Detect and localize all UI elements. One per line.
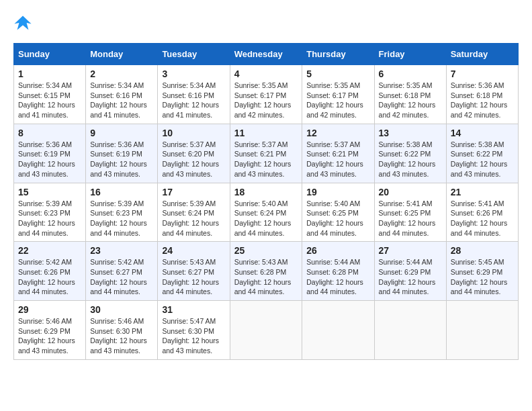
- day-info: Sunrise: 5:43 AMSunset: 6:28 PMDaylight:…: [234, 257, 298, 297]
- calendar-cell: 9Sunrise: 5:36 AMSunset: 6:19 PMDaylight…: [86, 124, 158, 183]
- calendar-cell: 19Sunrise: 5:40 AMSunset: 6:25 PMDayligh…: [302, 183, 374, 242]
- svg-marker-0: [14, 16, 31, 30]
- day-number: 11: [234, 128, 298, 138]
- day-info: Sunrise: 5:35 AMSunset: 6:17 PMDaylight:…: [234, 81, 298, 120]
- day-number: 2: [90, 68, 153, 79]
- calendar-cell: [374, 301, 446, 360]
- day-info: Sunrise: 5:41 AMSunset: 6:26 PMDaylight:…: [451, 199, 514, 238]
- calendar-cell: 10Sunrise: 5:37 AMSunset: 6:20 PMDayligh…: [158, 124, 230, 183]
- day-info: Sunrise: 5:44 AMSunset: 6:29 PMDaylight:…: [379, 257, 442, 297]
- calendar-cell: 17Sunrise: 5:39 AMSunset: 6:24 PMDayligh…: [158, 183, 230, 242]
- calendar-week-1: 1Sunrise: 5:34 AMSunset: 6:15 PMDaylight…: [14, 65, 519, 124]
- day-info: Sunrise: 5:46 AMSunset: 6:29 PMDaylight:…: [18, 316, 81, 356]
- day-number: 29: [18, 304, 81, 315]
- calendar-cell: 28Sunrise: 5:45 AMSunset: 6:29 PMDayligh…: [446, 242, 518, 301]
- day-info: Sunrise: 5:35 AMSunset: 6:18 PMDaylight:…: [379, 81, 442, 120]
- day-info: Sunrise: 5:37 AMSunset: 6:20 PMDaylight:…: [162, 140, 225, 179]
- day-number: 5: [306, 68, 369, 79]
- day-number: 10: [162, 128, 225, 138]
- calendar-cell: 22Sunrise: 5:42 AMSunset: 6:26 PMDayligh…: [14, 242, 86, 301]
- day-number: 21: [451, 187, 514, 197]
- day-number: 27: [379, 245, 442, 256]
- day-header-sunday: Sunday: [14, 44, 86, 65]
- calendar-cell: 31Sunrise: 5:47 AMSunset: 6:30 PMDayligh…: [158, 301, 230, 360]
- calendar-cell: 30Sunrise: 5:46 AMSunset: 6:30 PMDayligh…: [86, 301, 158, 360]
- day-number: 30: [90, 304, 153, 315]
- day-info: Sunrise: 5:36 AMSunset: 6:19 PMDaylight:…: [90, 140, 153, 179]
- day-number: 26: [306, 245, 369, 256]
- calendar-cell: [446, 301, 518, 360]
- calendar-cell: 26Sunrise: 5:44 AMSunset: 6:28 PMDayligh…: [302, 242, 374, 301]
- day-info: Sunrise: 5:41 AMSunset: 6:25 PMDaylight:…: [379, 199, 442, 238]
- logo: [13, 13, 35, 32]
- calendar-cell: 7Sunrise: 5:36 AMSunset: 6:18 PMDaylight…: [446, 65, 518, 124]
- calendar-cell: 16Sunrise: 5:39 AMSunset: 6:23 PMDayligh…: [86, 183, 158, 242]
- day-number: 18: [234, 187, 298, 197]
- calendar-body: 1Sunrise: 5:34 AMSunset: 6:15 PMDaylight…: [14, 65, 519, 360]
- day-number: 13: [379, 128, 442, 138]
- day-number: 8: [18, 128, 81, 138]
- day-info: Sunrise: 5:39 AMSunset: 6:23 PMDaylight:…: [18, 199, 81, 238]
- day-number: 15: [18, 187, 81, 197]
- day-info: Sunrise: 5:36 AMSunset: 6:19 PMDaylight:…: [18, 140, 81, 179]
- day-info: Sunrise: 5:46 AMSunset: 6:30 PMDaylight:…: [90, 316, 153, 356]
- calendar-cell: 25Sunrise: 5:43 AMSunset: 6:28 PMDayligh…: [230, 242, 302, 301]
- calendar-cell: 3Sunrise: 5:34 AMSunset: 6:16 PMDaylight…: [158, 65, 230, 124]
- calendar-cell: 12Sunrise: 5:37 AMSunset: 6:21 PMDayligh…: [302, 124, 374, 183]
- calendar-week-5: 29Sunrise: 5:46 AMSunset: 6:29 PMDayligh…: [14, 301, 519, 360]
- day-info: Sunrise: 5:36 AMSunset: 6:18 PMDaylight:…: [451, 81, 514, 120]
- day-number: 28: [451, 245, 514, 256]
- day-number: 9: [90, 128, 153, 138]
- day-info: Sunrise: 5:42 AMSunset: 6:27 PMDaylight:…: [90, 257, 153, 297]
- day-info: Sunrise: 5:40 AMSunset: 6:24 PMDaylight:…: [234, 199, 298, 238]
- calendar-cell: 15Sunrise: 5:39 AMSunset: 6:23 PMDayligh…: [14, 183, 86, 242]
- day-number: 6: [379, 68, 442, 79]
- day-header-friday: Friday: [374, 44, 446, 65]
- day-header-thursday: Thursday: [302, 44, 374, 65]
- day-number: 14: [451, 128, 514, 138]
- calendar-cell: 1Sunrise: 5:34 AMSunset: 6:15 PMDaylight…: [14, 65, 86, 124]
- day-number: 20: [379, 187, 442, 197]
- day-number: 4: [234, 68, 298, 79]
- day-number: 25: [234, 245, 298, 256]
- day-info: Sunrise: 5:39 AMSunset: 6:24 PMDaylight:…: [162, 199, 225, 238]
- day-info: Sunrise: 5:42 AMSunset: 6:26 PMDaylight:…: [18, 257, 81, 297]
- calendar-cell: 5Sunrise: 5:35 AMSunset: 6:17 PMDaylight…: [302, 65, 374, 124]
- calendar-cell: 13Sunrise: 5:38 AMSunset: 6:22 PMDayligh…: [374, 124, 446, 183]
- calendar-cell: 24Sunrise: 5:43 AMSunset: 6:27 PMDayligh…: [158, 242, 230, 301]
- calendar-cell: 29Sunrise: 5:46 AMSunset: 6:29 PMDayligh…: [14, 301, 86, 360]
- day-info: Sunrise: 5:39 AMSunset: 6:23 PMDaylight:…: [90, 199, 153, 238]
- calendar-cell: [302, 301, 374, 360]
- calendar-cell: 23Sunrise: 5:42 AMSunset: 6:27 PMDayligh…: [86, 242, 158, 301]
- day-number: 17: [162, 187, 225, 197]
- day-info: Sunrise: 5:43 AMSunset: 6:27 PMDaylight:…: [162, 257, 225, 297]
- day-number: 24: [162, 245, 225, 256]
- day-number: 31: [162, 304, 225, 315]
- calendar-cell: 27Sunrise: 5:44 AMSunset: 6:29 PMDayligh…: [374, 242, 446, 301]
- calendar-cell: 18Sunrise: 5:40 AMSunset: 6:24 PMDayligh…: [230, 183, 302, 242]
- calendar-cell: 2Sunrise: 5:34 AMSunset: 6:16 PMDaylight…: [86, 65, 158, 124]
- calendar-cell: [230, 301, 302, 360]
- day-info: Sunrise: 5:47 AMSunset: 6:30 PMDaylight:…: [162, 316, 225, 356]
- day-header-tuesday: Tuesday: [158, 44, 230, 65]
- day-header-saturday: Saturday: [446, 44, 518, 65]
- day-number: 12: [306, 128, 369, 138]
- day-info: Sunrise: 5:40 AMSunset: 6:25 PMDaylight:…: [306, 199, 369, 238]
- page-header: [13, 13, 519, 32]
- day-info: Sunrise: 5:34 AMSunset: 6:16 PMDaylight:…: [90, 81, 153, 120]
- day-info: Sunrise: 5:38 AMSunset: 6:22 PMDaylight:…: [451, 140, 514, 179]
- day-number: 16: [90, 187, 153, 197]
- calendar-cell: 21Sunrise: 5:41 AMSunset: 6:26 PMDayligh…: [446, 183, 518, 242]
- day-info: Sunrise: 5:37 AMSunset: 6:21 PMDaylight:…: [306, 140, 369, 179]
- day-number: 22: [18, 245, 81, 256]
- day-header-monday: Monday: [86, 44, 158, 65]
- calendar-cell: 20Sunrise: 5:41 AMSunset: 6:25 PMDayligh…: [374, 183, 446, 242]
- calendar-week-4: 22Sunrise: 5:42 AMSunset: 6:26 PMDayligh…: [14, 242, 519, 301]
- day-info: Sunrise: 5:37 AMSunset: 6:21 PMDaylight:…: [234, 140, 298, 179]
- day-number: 19: [306, 187, 369, 197]
- calendar-cell: 14Sunrise: 5:38 AMSunset: 6:22 PMDayligh…: [446, 124, 518, 183]
- calendar-cell: 8Sunrise: 5:36 AMSunset: 6:19 PMDaylight…: [14, 124, 86, 183]
- calendar-cell: 6Sunrise: 5:35 AMSunset: 6:18 PMDaylight…: [374, 65, 446, 124]
- day-info: Sunrise: 5:35 AMSunset: 6:17 PMDaylight:…: [306, 81, 369, 120]
- calendar-header: SundayMondayTuesdayWednesdayThursdayFrid…: [14, 44, 519, 65]
